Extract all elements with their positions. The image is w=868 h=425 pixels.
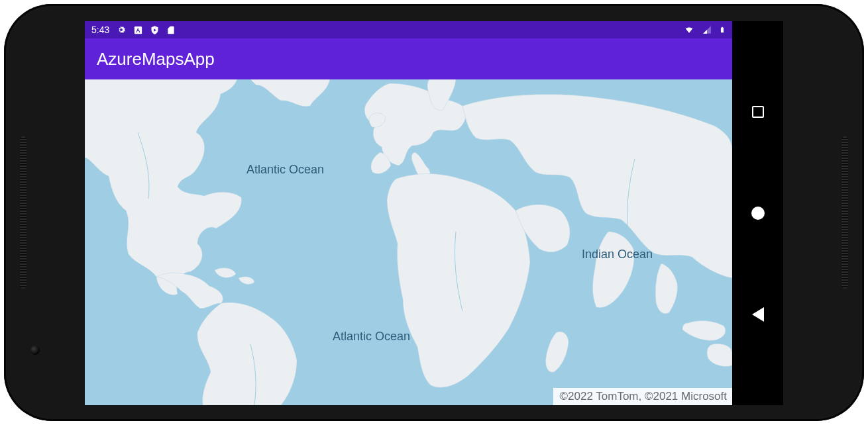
map-attribution: ©2022 TomTom, ©2021 Microsoft bbox=[553, 388, 732, 405]
app-bar: AzureMapsApp bbox=[85, 38, 732, 79]
phone-frame: 5:43 A bbox=[4, 4, 864, 421]
status-bar: 5:43 A bbox=[85, 21, 732, 38]
status-time: 5:43 bbox=[91, 24, 109, 35]
recents-button[interactable] bbox=[748, 102, 768, 122]
android-nav-bar bbox=[732, 21, 783, 405]
screen-content: 5:43 A bbox=[85, 21, 732, 405]
circle-icon bbox=[751, 207, 765, 220]
app-title: AzureMapsApp bbox=[97, 49, 215, 70]
speaker-left bbox=[20, 136, 27, 289]
sd-card-icon bbox=[166, 25, 176, 35]
map-view[interactable]: Atlantic Ocean Atlantic Ocean Indian Oce… bbox=[85, 79, 732, 405]
svg-text:A: A bbox=[136, 26, 141, 33]
triangle-icon bbox=[752, 307, 764, 322]
square-icon bbox=[752, 106, 764, 118]
cell-signal-icon bbox=[702, 25, 712, 34]
camera-dot bbox=[30, 346, 40, 355]
battery-icon bbox=[719, 24, 726, 35]
shield-play-icon bbox=[150, 25, 160, 35]
speaker-right bbox=[841, 136, 848, 289]
settings-icon bbox=[116, 24, 127, 35]
back-button[interactable] bbox=[748, 305, 768, 324]
wifi-icon bbox=[683, 25, 695, 34]
app-a-icon: A bbox=[133, 25, 143, 35]
world-map-svg bbox=[85, 79, 732, 405]
device-screen: 5:43 A bbox=[85, 21, 783, 405]
home-button[interactable] bbox=[748, 203, 768, 223]
